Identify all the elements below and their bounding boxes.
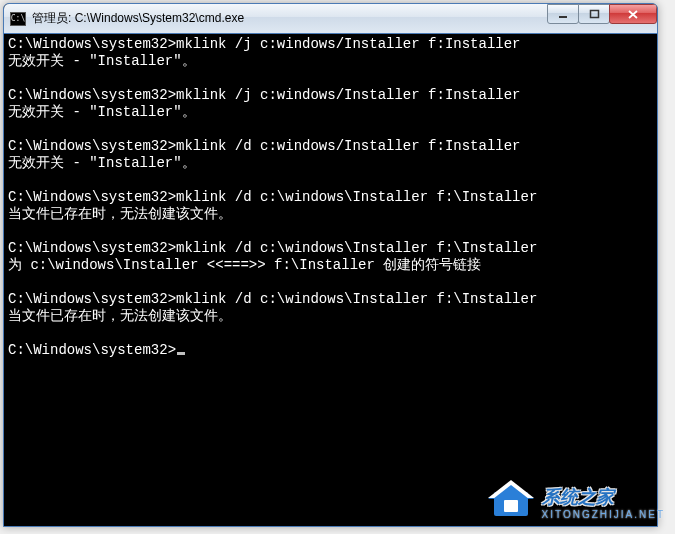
output-text: 当文件已存在时，无法创建该文件。: [8, 308, 232, 324]
command-text: mklink /d c:\windows\Installer f:\Instal…: [176, 240, 537, 256]
prompt: C:\Windows\system32>: [8, 36, 176, 52]
output-text: 无效开关 - "Installer"。: [8, 155, 196, 171]
command-text: mklink /j c:windows/Installer f:Installe…: [176, 36, 520, 52]
svg-rect-1: [590, 10, 598, 17]
command-text: mklink /d c:\windows\Installer f:\Instal…: [176, 189, 537, 205]
prompt: C:\Windows\system32>: [8, 138, 176, 154]
title-bar[interactable]: C:\ 管理员: C:\Windows\System32\cmd.exe: [4, 4, 657, 34]
prompt: C:\Windows\system32>: [8, 240, 176, 256]
output-text: 当文件已存在时，无法创建该文件。: [8, 206, 232, 222]
output-text: 为 c:\windows\Installer <<===>> f:\Instal…: [8, 257, 481, 273]
prompt: C:\Windows\system32>: [8, 87, 176, 103]
prompt: C:\Windows\system32>: [8, 189, 176, 205]
cmd-icon: C:\: [10, 12, 26, 26]
prompt: C:\Windows\system32>: [8, 342, 176, 358]
prompt: C:\Windows\system32>: [8, 291, 176, 307]
close-button[interactable]: [609, 4, 657, 24]
cursor: [177, 352, 185, 355]
console-output[interactable]: C:\Windows\system32>mklink /j c:windows/…: [4, 34, 657, 526]
window-controls: [548, 4, 657, 24]
output-text: 无效开关 - "Installer"。: [8, 104, 196, 120]
command-text: mklink /d c:windows/Installer f:Installe…: [176, 138, 520, 154]
cmd-window: C:\ 管理员: C:\Windows\System32\cmd.exe C:\…: [3, 3, 658, 527]
minimize-button[interactable]: [547, 4, 579, 24]
command-text: mklink /d c:\windows\Installer f:\Instal…: [176, 291, 537, 307]
command-text: mklink /j c:windows/Installer f:Installe…: [176, 87, 520, 103]
output-text: 无效开关 - "Installer"。: [8, 53, 196, 69]
svg-rect-0: [559, 16, 567, 18]
maximize-button[interactable]: [578, 4, 610, 24]
